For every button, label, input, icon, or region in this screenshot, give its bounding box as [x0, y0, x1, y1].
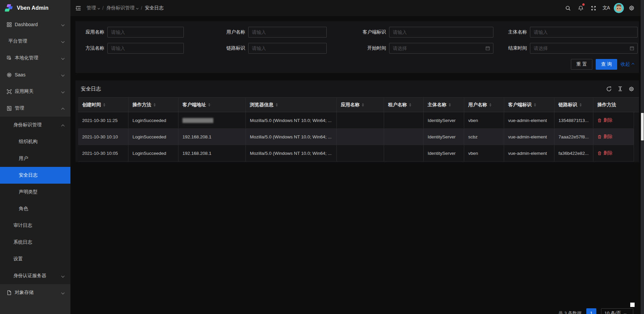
sidebar-item-label: Saas: [15, 72, 25, 77]
cell-trace-id: 7aaa22e57f8...: [554, 129, 593, 145]
filter-field-app-name: 应用名称: [75, 27, 216, 38]
column-label: 链路标识: [558, 102, 577, 108]
column-height-icon[interactable]: [618, 86, 623, 91]
chevron-down-icon: [61, 23, 65, 26]
filter-field-trace-id: 链路标识: [216, 43, 357, 54]
cell-created-time: 2021-10-30 10:10: [78, 129, 128, 145]
field-label: 链路标识: [216, 45, 245, 51]
sidebar-item-security-log[interactable]: 安全日志: [0, 167, 70, 184]
sidebar-item-localization[interactable]: A 本地化管理: [0, 50, 70, 66]
sidebar: Vben Admin Dashboard 平台管理 A 本地化管理 Saas 应…: [0, 0, 70, 314]
trace-id-input[interactable]: [248, 43, 327, 54]
gear-icon[interactable]: [625, 0, 638, 16]
chevron-down-icon: [624, 312, 626, 314]
app-logo[interactable]: Vben Admin: [0, 0, 70, 16]
fullscreen-icon[interactable]: [587, 0, 600, 16]
vertical-scrollbar-thumb[interactable]: [641, 113, 644, 140]
sidebar-item-claim-types[interactable]: 声明类型: [0, 184, 70, 200]
sidebar-item-users[interactable]: 用户: [0, 150, 70, 167]
cell-client-address: 192.168.208.1: [178, 129, 246, 145]
column-header-operation-method[interactable]: 操作方法: [128, 98, 178, 112]
sidebar-item-roles[interactable]: 角色: [0, 200, 70, 217]
horizontal-scrollbar-thumb[interactable]: [630, 303, 635, 307]
client-id-input[interactable]: [389, 27, 493, 38]
column-label: 租户名称: [388, 102, 407, 108]
cell-user-name: scbz: [464, 129, 504, 145]
collapse-link[interactable]: 收起: [621, 61, 634, 67]
column-header-user-name[interactable]: 用户名称: [464, 98, 504, 112]
column-header-tenant-name[interactable]: 租户名称: [384, 98, 424, 112]
column-header-client-id[interactable]: 客户端标识: [504, 98, 554, 112]
table-settings-gear-icon[interactable]: [629, 86, 634, 92]
breadcrumb-separator: /: [141, 5, 142, 11]
sidebar-item-audit-log[interactable]: 审计日志: [0, 217, 70, 234]
filter-field-method-name: 方法名称: [75, 43, 216, 54]
sort-carets-icon: [534, 103, 536, 107]
sort-carets-icon: [103, 103, 105, 107]
sidebar-item-system-log[interactable]: 系统日志: [0, 234, 70, 251]
sidebar-item-gateway[interactable]: 应用网关: [0, 83, 70, 100]
chevron-down-icon: [61, 90, 65, 93]
sidebar-item-organization[interactable]: 组织机构: [0, 133, 70, 150]
cell-actions: 删除: [593, 129, 634, 145]
cell-app-name: [337, 129, 384, 145]
sidebar-item-identity-server[interactable]: 身份认证服务器: [0, 267, 70, 284]
column-header-created-time[interactable]: 创建时间: [78, 98, 128, 112]
cell-browser-info: Mozilla/5.0 (Windows NT 10.0; Win64; ...: [246, 129, 337, 145]
user-avatar[interactable]: [612, 0, 625, 16]
pagination-total: 共 3 条数据: [558, 310, 582, 314]
sidebar-item-manage[interactable]: 管理: [0, 100, 70, 117]
avatar: [614, 3, 624, 13]
column-header-browser-info[interactable]: 浏览器信息: [246, 98, 337, 112]
breadcrumb-item-identity-management[interactable]: 身份标识管理: [106, 5, 138, 11]
chevron-down-icon: [136, 7, 139, 9]
field-label: 方法名称: [75, 45, 104, 51]
end-time-picker[interactable]: [530, 43, 638, 54]
table-title: 安全日志: [81, 86, 101, 92]
search-icon[interactable]: [561, 0, 574, 16]
cell-actions: 删除: [593, 112, 634, 128]
start-time-picker[interactable]: [389, 43, 493, 54]
delete-button[interactable]: 删除: [597, 117, 612, 123]
sort-carets-icon: [276, 103, 278, 107]
sort-carets-icon: [154, 103, 156, 107]
pagination-page-1[interactable]: 1: [586, 308, 596, 314]
user-name-input[interactable]: [248, 27, 327, 38]
manage-icon: [7, 106, 12, 111]
refresh-icon[interactable]: [606, 86, 612, 92]
delete-button[interactable]: 删除: [597, 150, 612, 156]
app-name-input[interactable]: [107, 27, 184, 38]
sidebar-item-identity-management[interactable]: 身份标识管理: [0, 117, 70, 133]
notification-badge-dot: [582, 3, 585, 6]
translate-icon[interactable]: 文A: [600, 0, 612, 16]
sidebar-item-platform[interactable]: 平台管理: [0, 33, 70, 50]
cell-actions: 删除: [593, 145, 634, 161]
column-header-client-address[interactable]: 客户端地址: [178, 98, 246, 112]
breadcrumb-label: 身份标识管理: [106, 5, 135, 11]
cell-operation-method: LoginSucceeded: [128, 129, 178, 145]
sidebar-item-dashboard[interactable]: Dashboard: [0, 16, 70, 33]
notification-bell-icon[interactable]: [574, 0, 587, 16]
breadcrumb-item-manage[interactable]: 管理: [87, 5, 100, 11]
cell-operation-method: LoginSucceeded: [128, 145, 178, 161]
cell-user-name: vben: [464, 112, 504, 128]
sidebar-item-label: 安全日志: [19, 172, 38, 178]
sidebar-item-settings[interactable]: 设置: [0, 251, 70, 267]
method-name-input[interactable]: [107, 43, 184, 54]
column-header-trace-id[interactable]: 链路标识: [554, 98, 593, 112]
column-header-app-name[interactable]: 应用名称: [337, 98, 384, 112]
column-header-subject-name[interactable]: 主体名称: [424, 98, 464, 112]
reset-button[interactable]: 重 置: [571, 59, 592, 70]
field-label: 用户名称: [216, 29, 245, 35]
search-button[interactable]: 查 询: [596, 59, 617, 70]
cell-subject-name: IdentityServer: [424, 112, 464, 128]
subject-name-input[interactable]: [530, 27, 638, 38]
menu-fold-icon[interactable]: [75, 5, 81, 11]
storage-file-icon: [7, 290, 12, 295]
sidebar-item-saas[interactable]: Saas: [0, 66, 70, 83]
cell-client-address: [178, 112, 246, 128]
breadcrumb-item-security-log: 安全日志: [145, 5, 164, 11]
delete-button[interactable]: 删除: [597, 134, 612, 140]
sidebar-item-object-storage[interactable]: 对象存储: [0, 284, 70, 301]
page-size-select[interactable]: 10 条/页: [601, 308, 633, 314]
